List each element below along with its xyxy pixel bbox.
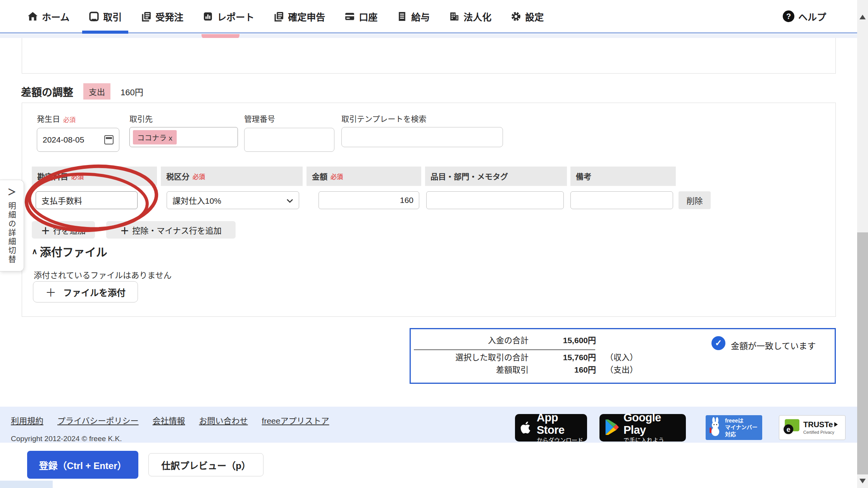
nav-tab-accounts[interactable]: 口座	[335, 0, 387, 33]
item-tags-input[interactable]	[426, 191, 564, 209]
date-value: 2024-08-05	[43, 135, 84, 144]
footer-link-appstore[interactable]: freeeアプリストア	[262, 414, 329, 426]
app-store-badge[interactable]: App Store からダウンロード	[515, 414, 587, 442]
scroll-up-arrow-icon[interactable]	[859, 15, 866, 19]
chevron-up-icon: ∧	[32, 247, 38, 256]
nav-tab-label: 設定	[525, 10, 544, 23]
reports-icon	[203, 11, 213, 22]
partner-label: 取引先	[129, 113, 153, 124]
date-label: 発生日必須	[37, 113, 76, 124]
control-number-input[interactable]	[244, 128, 334, 152]
template-search-input[interactable]	[341, 127, 503, 147]
arrow-right-icon	[834, 422, 838, 427]
nav-tab-incorporation[interactable]: 法人化	[439, 0, 501, 33]
add-row-button[interactable]: ＋ 行を追加	[32, 221, 95, 239]
account-input[interactable]: 支払手数料	[36, 191, 138, 209]
attachments-section-toggle[interactable]: ∧ 添付ファイル	[32, 243, 107, 259]
nav-tab-label: 取引	[103, 10, 122, 23]
add-deduction-row-button[interactable]: ＋ 控除・マイナス行を追加	[106, 221, 236, 239]
account-value: 支払手数料	[41, 194, 82, 206]
delete-row-button[interactable]: 削除	[679, 191, 711, 209]
rabbit-mascot-icon	[709, 417, 722, 438]
footer-link-contact[interactable]: お問い合わせ	[199, 414, 248, 426]
app-store-text: App Store からダウンロード	[537, 412, 587, 443]
required-badge: 必須	[63, 117, 76, 123]
nav-tab-settings[interactable]: 設定	[501, 0, 553, 33]
nav-tab-label: 確定申告	[288, 10, 325, 23]
totals-summary-box: 入金の合計 15,600円 選択した取引の合計 15,760円 （収入） 差額取…	[410, 328, 836, 384]
partner-input[interactable]: ココナラ x	[129, 127, 238, 147]
nav-tab-label: ホーム	[42, 10, 69, 23]
nav-tab-reports[interactable]: レポート	[193, 0, 264, 33]
required-badge: 必須	[331, 172, 343, 181]
tax-category-value: 課対仕入10%	[172, 194, 221, 206]
truste-badge[interactable]: e TRUSTe Certified Privacy	[779, 415, 846, 440]
plus-icon: ＋	[41, 223, 50, 237]
freee-app-screen: ホーム 取引 受発注 レポート 確定申告	[0, 0, 868, 488]
nav-tab-label: 法人化	[463, 10, 491, 23]
attach-file-label: ファイルを添付	[63, 285, 126, 299]
summary-suffix: （収入）	[605, 352, 638, 363]
tax-return-icon	[274, 11, 284, 22]
attachments-empty-text: 添付されているファイルはありません	[34, 269, 172, 280]
footer-link-company[interactable]: 会社情報	[153, 414, 185, 426]
attach-file-button[interactable]: ＋ ファイルを添付	[33, 281, 138, 302]
required-badge: 必須	[193, 172, 205, 181]
summary-row: 入金の合計 15,600円	[417, 335, 673, 346]
expense-type-badge: 支出	[83, 83, 110, 100]
calendar-icon[interactable]	[104, 135, 114, 144]
amount-input[interactable]: 160	[319, 191, 419, 209]
apple-icon	[520, 420, 532, 436]
mynumber-badge[interactable]: freeeは マイナンバー 対応	[706, 415, 762, 440]
nav-tab-tax-return[interactable]: 確定申告	[264, 0, 335, 33]
summary-row: 選択した取引の合計 15,760円 （収入）	[417, 352, 673, 363]
attachments-title: 添付ファイル	[40, 243, 107, 259]
nav-tab-orders[interactable]: 受発注	[131, 0, 193, 33]
svg-text:e: e	[787, 426, 790, 433]
date-input[interactable]: 2024-08-05	[37, 128, 119, 152]
settings-icon	[511, 11, 521, 22]
adjustment-form-panel: 発生日必須 2024-08-05 取引先 ココナラ x 管理番号 取引テンプレー…	[22, 103, 836, 317]
footer-corner-notch	[0, 481, 53, 488]
partner-tag[interactable]: ココナラ x	[133, 130, 177, 144]
template-search-label: 取引テンプレートを検索	[341, 113, 426, 124]
scrollbar-thumb[interactable]	[857, 232, 868, 474]
google-play-icon	[605, 419, 619, 436]
nav-tab-transactions[interactable]: 取引	[79, 0, 131, 33]
control-number-label: 管理番号	[244, 113, 275, 124]
column-header-amount: 金額必須	[307, 167, 421, 186]
plus-icon: ＋	[45, 284, 56, 300]
footer-link-terms[interactable]: 利用規約	[11, 414, 43, 426]
summary-value: 160円	[533, 364, 596, 376]
memo-input[interactable]	[570, 191, 673, 209]
column-header-account: 勘定科目必須	[32, 167, 157, 186]
register-button[interactable]: 登録（Ctrl + Enter）	[27, 451, 138, 479]
top-nav: ホーム 取引 受発注 レポート 確定申告	[0, 0, 868, 33]
tax-category-select[interactable]: 課対仕入10%	[167, 191, 299, 209]
footer-link-privacy[interactable]: プライバシーポリシー	[57, 414, 139, 426]
detail-toggle-tab[interactable]: ＞ 明細の詳細切替	[0, 180, 24, 271]
accounts-icon	[344, 11, 355, 22]
truste-text: TRUSTe Certified Privacy	[803, 420, 838, 435]
incorporation-icon	[449, 11, 460, 22]
help-button[interactable]: ? ヘルプ	[783, 10, 826, 23]
nav-tab-label: 給与	[411, 10, 430, 23]
adjustment-heading-row: 差額の調整 支出 160円	[21, 83, 143, 100]
journal-preview-button[interactable]: 仕訳プレビュー（p）	[148, 453, 264, 476]
vertical-scrollbar[interactable]	[857, 0, 868, 488]
copyright-text: Copyright 2012-2024 © freee K.K.	[11, 435, 122, 443]
detail-toggle-label: 明細の詳細切替	[6, 202, 17, 264]
action-bar: 登録（Ctrl + Enter） 仕訳プレビュー（p）	[0, 443, 857, 488]
page-title: 差額の調整	[21, 84, 73, 99]
orders-icon	[141, 11, 152, 22]
help-label: ヘルプ	[798, 10, 826, 23]
google-play-badge[interactable]: Google Play で手に入れよう	[599, 414, 686, 442]
nav-tab-home[interactable]: ホーム	[18, 0, 79, 33]
google-play-text: Google Play で手に入れよう	[623, 412, 686, 443]
nav-tab-payroll[interactable]: 給与	[387, 0, 439, 33]
scroll-down-arrow-icon[interactable]	[859, 479, 866, 483]
check-circle-icon: ✓	[711, 336, 725, 350]
nav-tab-label: 受発注	[155, 10, 183, 23]
nav-divider-strip	[0, 34, 868, 38]
summary-label: 選択した取引の合計	[417, 352, 529, 363]
